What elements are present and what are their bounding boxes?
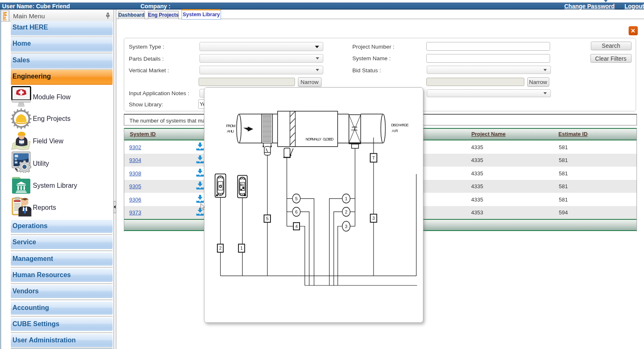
svg-text:DISCHARGE: DISCHARGE	[391, 123, 408, 127]
svg-text:3: 3	[345, 224, 347, 229]
svg-text:1: 1	[240, 246, 243, 251]
svg-text:6: 6	[295, 209, 297, 214]
svg-text:FROM: FROM	[226, 123, 236, 128]
svg-text:4: 4	[295, 224, 297, 229]
svg-text:5: 5	[295, 196, 297, 201]
svg-text:AIR: AIR	[392, 129, 398, 133]
svg-text:COIL: COIL	[351, 129, 358, 131]
svg-text:3: 3	[372, 216, 375, 221]
svg-text:2: 2	[345, 209, 347, 214]
svg-text:5: 5	[266, 216, 268, 221]
svg-text:HTG: HTG	[352, 126, 357, 128]
svg-text:CLOSED: CLOSED	[323, 137, 334, 141]
svg-text:1: 1	[345, 196, 347, 201]
svg-text:2: 2	[219, 246, 221, 251]
svg-text:T: T	[372, 155, 375, 160]
svg-text:AHU: AHU	[227, 129, 234, 133]
svg-text:NORMALLY: NORMALLY	[305, 137, 321, 141]
